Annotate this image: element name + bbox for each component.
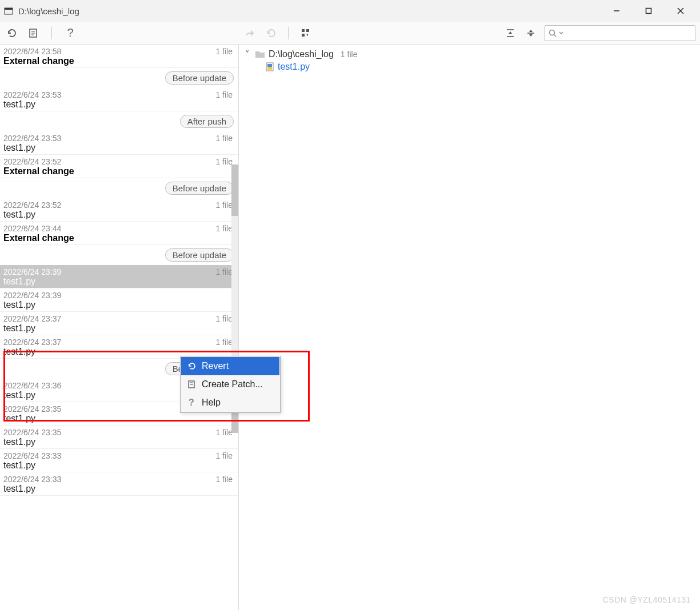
svg-point-16 bbox=[550, 30, 555, 35]
tree-folder-row[interactable]: ˅ D:\log\ceshi_log 1 file bbox=[243, 48, 695, 61]
svg-rect-11 bbox=[306, 29, 309, 32]
entry-desc: test1.py bbox=[3, 323, 235, 334]
search-input[interactable] bbox=[545, 25, 695, 41]
context-menu-label: Revert bbox=[202, 361, 229, 371]
help-icon: ? bbox=[187, 398, 196, 407]
entry-file-count: 1 file bbox=[215, 314, 233, 323]
scrollbar-thumb[interactable] bbox=[231, 164, 238, 216]
svg-rect-1 bbox=[5, 8, 13, 10]
undo2-icon bbox=[264, 26, 278, 40]
entry-date: 2022/6/24 23:39 bbox=[3, 291, 235, 300]
file-tree-panel: ˅ D:\log\ceshi_log 1 file test1.py bbox=[239, 45, 700, 610]
svg-rect-19 bbox=[267, 67, 272, 70]
history-entry[interactable]: 2022/6/24 23:37test1.py1 file bbox=[0, 312, 238, 335]
history-badge: Before update bbox=[165, 71, 234, 85]
entry-date: 2022/6/24 23:53 bbox=[3, 134, 235, 143]
entry-date: 2022/6/24 23:35 bbox=[3, 428, 235, 437]
folder-file-count: 1 file bbox=[341, 50, 358, 59]
tree-file-row[interactable]: test1.py bbox=[265, 61, 695, 73]
grid-icon[interactable] bbox=[299, 26, 313, 40]
redo-branch-icon bbox=[243, 26, 257, 40]
svg-rect-12 bbox=[302, 34, 305, 37]
entry-file-count: 1 file bbox=[215, 90, 233, 99]
python-file-icon bbox=[265, 62, 274, 71]
entry-date: 2022/6/24 23:37 bbox=[3, 338, 235, 347]
patch-icon bbox=[187, 380, 196, 389]
entry-date: 2022/6/24 23:53 bbox=[3, 90, 235, 99]
entry-date: 2022/6/24 23:33 bbox=[3, 451, 235, 460]
badge-row: Before update bbox=[0, 178, 238, 198]
entry-file-count: 1 file bbox=[215, 338, 233, 347]
badge-row: After push bbox=[0, 111, 238, 131]
svg-rect-3 bbox=[646, 9, 651, 14]
help-icon[interactable]: ? bbox=[63, 26, 77, 40]
search-icon bbox=[549, 29, 557, 37]
context-menu: Revert Create Patch... ? Help bbox=[180, 356, 281, 413]
history-badge: Before update bbox=[165, 182, 234, 195]
history-entry[interactable]: 2022/6/24 23:58External change1 file bbox=[0, 45, 238, 68]
context-menu-label: Help bbox=[202, 398, 221, 408]
separator bbox=[51, 27, 52, 39]
expand-all-icon[interactable] bbox=[503, 26, 517, 40]
separator bbox=[288, 27, 289, 39]
entry-date: 2022/6/24 23:44 bbox=[3, 224, 235, 233]
entry-desc: test1.py bbox=[3, 99, 235, 110]
history-entry[interactable]: 2022/6/24 23:35test1.py1 file bbox=[0, 426, 238, 449]
entry-desc: External change bbox=[3, 166, 235, 176]
entry-date: 2022/6/24 23:52 bbox=[3, 157, 235, 166]
context-menu-revert[interactable]: Revert bbox=[181, 357, 279, 375]
history-badge: After push bbox=[180, 115, 234, 128]
entry-file-count: 1 file bbox=[215, 267, 233, 276]
history-entry[interactable]: 2022/6/24 23:53test1.py1 file bbox=[0, 88, 238, 111]
entry-date: 2022/6/24 23:37 bbox=[3, 314, 235, 323]
history-entry[interactable]: 2022/6/24 23:39test1.py1 file bbox=[0, 265, 238, 288]
history-entry[interactable]: 2022/6/24 23:52External change1 file bbox=[0, 155, 238, 178]
history-panel: 2022/6/24 23:58External change1 fileBefo… bbox=[0, 45, 239, 610]
entry-date: 2022/6/24 23:33 bbox=[3, 475, 235, 484]
history-entry[interactable]: 2022/6/24 23:52test1.py1 file bbox=[0, 198, 238, 222]
entry-desc: test1.py bbox=[3, 210, 235, 220]
undo-icon[interactable] bbox=[5, 26, 18, 40]
entry-file-count: 1 file bbox=[215, 200, 233, 210]
entry-desc: External change bbox=[3, 56, 235, 66]
window-title: D:\log\ceshi_log bbox=[18, 6, 601, 16]
toolbar: ? bbox=[0, 22, 700, 45]
history-entry[interactable]: 2022/6/24 23:44External change1 file bbox=[0, 222, 238, 245]
history-entry[interactable]: 2022/6/24 23:33test1.py1 file bbox=[0, 449, 238, 472]
context-menu-create-patch[interactable]: Create Patch... bbox=[181, 375, 279, 394]
watermark: CSDN @YZL40514131 bbox=[603, 595, 691, 604]
file-name: test1.py bbox=[278, 62, 310, 72]
context-menu-help[interactable]: ? Help bbox=[181, 394, 279, 412]
patch-icon[interactable] bbox=[26, 26, 40, 40]
entry-desc: External change bbox=[3, 233, 235, 243]
collapse-all-icon[interactable] bbox=[524, 26, 538, 40]
entry-desc: test1.py bbox=[3, 143, 235, 153]
chevron-down-icon[interactable]: ˅ bbox=[243, 49, 251, 59]
entry-date: 2022/6/24 23:39 bbox=[3, 267, 235, 276]
history-entry[interactable]: 2022/6/24 23:53test1.py1 file bbox=[0, 131, 238, 155]
folder-path: D:\log\ceshi_log bbox=[269, 49, 334, 59]
entry-desc: test1.py bbox=[3, 276, 235, 287]
entry-desc: test1.py bbox=[3, 414, 235, 424]
svg-line-17 bbox=[554, 34, 557, 37]
entry-file-count: 1 file bbox=[215, 224, 233, 233]
badge-row: Before update bbox=[0, 245, 238, 265]
svg-rect-10 bbox=[302, 29, 305, 32]
context-menu-label: Create Patch... bbox=[202, 379, 263, 390]
maximize-button[interactable] bbox=[633, 0, 665, 22]
folder-icon bbox=[255, 50, 265, 59]
history-entry[interactable]: 2022/6/24 23:37test1.py1 file bbox=[0, 335, 238, 359]
history-entry[interactable]: 2022/6/24 23:33test1.py1 file bbox=[0, 472, 238, 496]
entry-date: 2022/6/24 23:58 bbox=[3, 47, 235, 56]
entry-desc: test1.py bbox=[3, 437, 235, 447]
entry-file-count: 1 file bbox=[215, 451, 233, 460]
svg-rect-20 bbox=[267, 64, 272, 67]
entry-file-count: 1 file bbox=[215, 157, 233, 166]
history-entry[interactable]: 2022/6/24 23:39test1.py bbox=[0, 288, 238, 312]
revert-icon bbox=[187, 362, 196, 371]
app-icon bbox=[3, 6, 14, 16]
titlebar: D:\log\ceshi_log bbox=[0, 0, 700, 22]
entry-desc: test1.py bbox=[3, 484, 235, 494]
close-button[interactable] bbox=[665, 0, 697, 22]
minimize-button[interactable] bbox=[601, 0, 633, 22]
